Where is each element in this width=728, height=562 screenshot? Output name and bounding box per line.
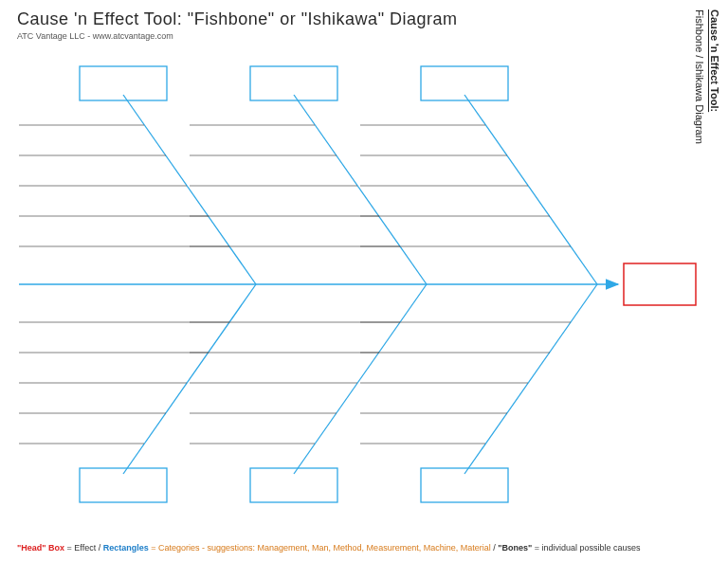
head-box[interactable] (624, 263, 696, 305)
rib-top-1 (123, 95, 256, 284)
legend: "Head" Box = Effect / Rectangles = Categ… (17, 543, 641, 553)
rib-bottom-2 (294, 284, 427, 474)
legend-bones-label: "Bones" (498, 543, 532, 553)
legend-head-def: = Effect (67, 543, 97, 553)
page-title: Cause 'n Effect Tool: "Fishbone" or "Ish… (17, 9, 458, 29)
legend-head-label: "Head" Box (17, 543, 64, 553)
rib-top-2 (294, 95, 427, 284)
legend-bones-def: = individual possible causes (535, 543, 641, 553)
rib-bottom-3 (464, 284, 597, 474)
rib-bottom-1 (123, 284, 256, 474)
legend-rect-def-prefix: = Categories - suggestions: (151, 543, 257, 553)
header: Cause 'n Effect Tool: "Fishbone" or "Ish… (17, 9, 458, 41)
rib-top-3 (464, 95, 597, 284)
legend-rect-def-list: Management, Man, Method, Measurement, Ma… (258, 543, 491, 553)
fishbone-diagram (0, 38, 728, 531)
legend-rect-label: Rectangles (103, 543, 149, 553)
